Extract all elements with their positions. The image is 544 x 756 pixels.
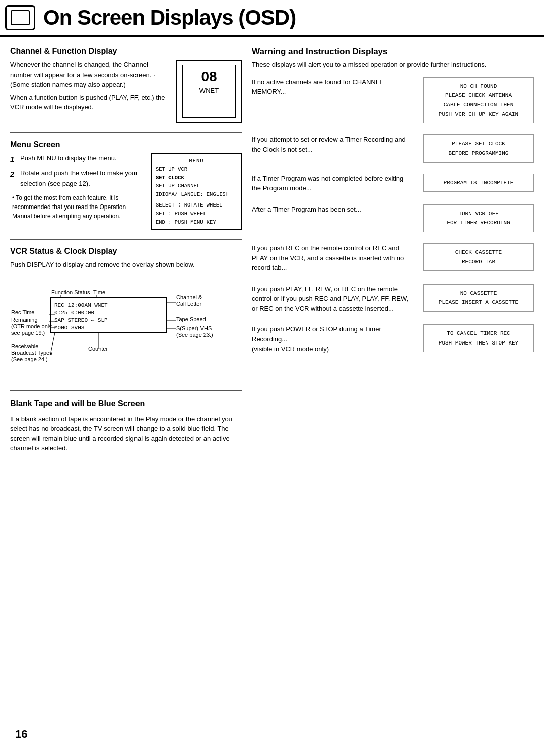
menu-line-4: IDIOMA/ LANGUE: ENGLISH — [156, 190, 237, 199]
svg-text:Broadcast Types: Broadcast Types — [11, 350, 52, 356]
channel-display-inner: 08 WNET — [182, 65, 236, 118]
svg-text:Call Letter: Call Letter — [176, 301, 201, 307]
svg-text:Receivable: Receivable — [11, 343, 38, 349]
blank-tape-title: Blank Tape and will be Blue Screen — [10, 398, 242, 410]
svg-text:MONO       SVHS: MONO SVHS — [54, 325, 85, 331]
menu-line-3: SET UP CHANNEL — [156, 182, 237, 190]
warning-item-1: If you attempt to set or review a Timer … — [252, 134, 534, 162]
warning-items-container: If no active channels are found for CHAN… — [252, 77, 534, 354]
page-number: 16 — [15, 728, 27, 741]
vcr-diagram: REC 12:00AM WNET 0:25 0:00:00 SAP STEREO… — [10, 275, 227, 381]
menu-step-1: 1 Push MENU to display the menu. — [10, 153, 144, 165]
svg-text:see page 19.): see page 19.) — [11, 330, 45, 336]
divider-2 — [10, 239, 242, 240]
svg-text:(See page 24.): (See page 24.) — [11, 356, 48, 362]
svg-text:(See page 23.): (See page 23.) — [176, 332, 213, 338]
warning-item-0: If no active channels are found for CHAN… — [252, 77, 534, 124]
tv-icon — [5, 5, 35, 30]
warning-display-box-5: NO CASSETTEPLEASE INSERT A CASSETTE — [423, 284, 534, 312]
warning-display-box-1: PLEASE SET CLOCKBEFORE PROGRAMMING — [423, 134, 534, 162]
main-content: Channel & Function Display Whenever the … — [0, 37, 544, 466]
step-1-num: 1 — [10, 153, 17, 165]
step-2-num: 2 — [10, 168, 17, 189]
warning-section-title: Warning and Instruction Displays — [252, 47, 534, 57]
warning-item-4: If you push REC on the remote control or… — [252, 243, 534, 273]
warning-section: Warning and Instruction Displays These d… — [252, 47, 534, 354]
vcr-status-intro: Push DISPLAY to display and remove the o… — [10, 260, 242, 270]
page-header: On Screen Displays (OSD) — [0, 0, 544, 37]
svg-line-27 — [50, 333, 55, 355]
svg-text:Tape Speed: Tape Speed — [176, 316, 206, 322]
page-title: On Screen Displays (OSD) — [43, 6, 296, 30]
menu-line-7: END : PUSH MENU KEY — [156, 218, 237, 227]
channel-display-box: 08 WNET — [176, 60, 242, 123]
warning-item-text-3: After a Timer Program has been set... — [252, 204, 414, 215]
channel-function-text: Whenever the channel is changed, the Cha… — [10, 60, 167, 115]
channel-function-body: Whenever the channel is changed, the Cha… — [10, 60, 242, 123]
vcr-status-title: VCR Status & Clock Display — [10, 247, 242, 256]
menu-steps: 1 Push MENU to display the menu. 2 Rotat… — [10, 153, 144, 221]
warning-display-box-0: NO CH FOUNDPLEASE CHECK ANTENNACABLE CON… — [423, 77, 534, 124]
svg-text:Rec Time: Rec Time — [11, 309, 34, 315]
warning-item-6: If you push POWER or STOP during a Timer… — [252, 324, 534, 354]
warning-display-box-2: PROGRAM IS INCOMPLETE — [423, 174, 534, 192]
svg-text:Channel &: Channel & — [176, 294, 202, 300]
warning-display-box-4: CHECK CASSETTERECORD TAB — [423, 243, 534, 271]
svg-text:REC  12:00AM  WNET: REC 12:00AM WNET — [54, 302, 108, 308]
svg-text:Remaining: Remaining — [11, 317, 38, 323]
channel-function-title: Channel & Function Display — [10, 47, 242, 56]
warning-item-5: If you push PLAY, FF, REW, or REC on the… — [252, 284, 534, 314]
step-1-text: Push MENU to display the menu. — [20, 153, 116, 165]
svg-text:Function Status: Function Status — [51, 289, 90, 295]
step-2-text: Rotate and push the wheel to make your s… — [20, 168, 144, 189]
blank-tape-section: Blank Tape and will be Blue Screen If a … — [10, 398, 242, 453]
menu-section-title: Menu Screen — [10, 140, 242, 149]
menu-note: • To get the most from each feature, it … — [12, 193, 144, 221]
channel-number: 08 — [187, 68, 231, 85]
svg-text:Time: Time — [93, 289, 105, 295]
menu-display-title: -------- MENU -------- — [156, 157, 237, 165]
menu-step-2: 2 Rotate and push the wheel to make your… — [10, 168, 144, 189]
warning-item-text-2: If a Timer Program was not completed bef… — [252, 174, 414, 193]
divider-3 — [10, 390, 242, 391]
svg-text:0:25          0:00:00: 0:25 0:00:00 — [54, 310, 94, 316]
channel-wnet: WNET — [187, 87, 231, 94]
svg-text:(OTR mode only: (OTR mode only — [11, 323, 52, 329]
divider-1 — [10, 132, 242, 133]
warning-item-text-5: If you push PLAY, FF, REW, or REC on the… — [252, 284, 414, 314]
menu-line-1: SET UP VCR — [156, 165, 237, 174]
vcr-diagram-svg: REC 12:00AM WNET 0:25 0:00:00 SAP STEREO… — [10, 275, 227, 381]
menu-body: 1 Push MENU to display the menu. 2 Rotat… — [10, 153, 242, 230]
warning-intro: These displays will alert you to a misse… — [252, 60, 534, 70]
warning-display-box-3: TURN VCR OFFFOR TIMER RECORDING — [423, 204, 534, 232]
channel-text-2: When a function button is pushed (PLAY, … — [10, 93, 167, 112]
menu-line-6: SET : PUSH WHEEL — [156, 210, 237, 218]
menu-line-2: SET CLOCK — [156, 174, 237, 182]
channel-function-section: Channel & Function Display Whenever the … — [10, 47, 242, 123]
menu-display-box: -------- MENU -------- SET UP VCR SET CL… — [151, 153, 242, 230]
menu-line-5: SELECT : ROTATE WHEEL — [156, 201, 237, 210]
right-column: Warning and Instruction Displays These d… — [252, 47, 534, 456]
warning-item-2: If a Timer Program was not completed bef… — [252, 174, 534, 193]
left-column: Channel & Function Display Whenever the … — [10, 47, 242, 456]
warning-item-text-0: If no active channels are found for CHAN… — [252, 77, 414, 97]
blank-tape-text: If a blank section of tape is encountere… — [10, 414, 242, 453]
menu-note-text: • To get the most from each feature, it … — [12, 194, 126, 220]
vcr-status-section: VCR Status & Clock Display Push DISPLAY … — [10, 247, 242, 381]
warning-item-text-6: If you push POWER or STOP during a Timer… — [252, 324, 414, 354]
warning-item-text-4: If you push REC on the remote control or… — [252, 243, 414, 273]
svg-text:S(Super)-VHS: S(Super)-VHS — [176, 325, 212, 331]
warning-item-3: After a Timer Program has been set...TUR… — [252, 204, 534, 232]
svg-text:SAP  STEREO ←  SLP: SAP STEREO ← SLP — [54, 317, 108, 323]
warning-display-box-6: TO CANCEL TIMER RECPUSH POWER THEN STOP … — [423, 324, 534, 352]
warning-item-text-1: If you attempt to set or review a Timer … — [252, 134, 414, 154]
channel-text-1: Whenever the channel is changed, the Cha… — [10, 60, 167, 90]
menu-section: Menu Screen 1 Push MENU to display the m… — [10, 140, 242, 230]
